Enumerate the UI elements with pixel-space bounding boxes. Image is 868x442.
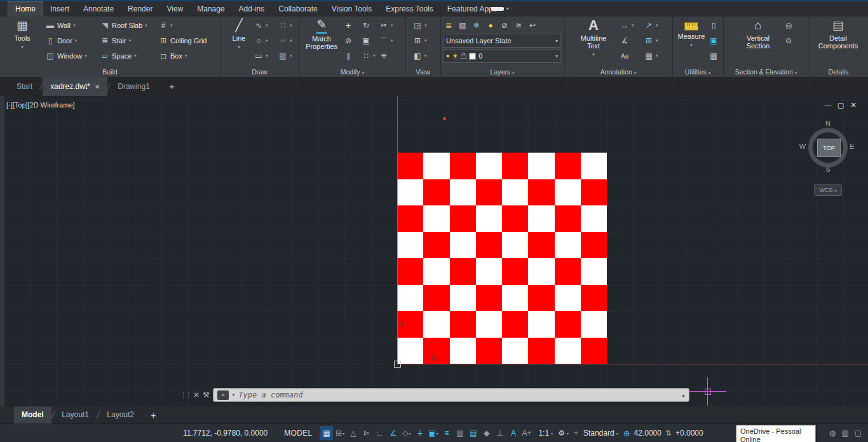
recent-commands-icon[interactable]: » <box>217 390 229 400</box>
command-drag-handle[interactable]: ⋮⋮ <box>180 391 190 399</box>
tray-plus-icon[interactable]: + <box>574 429 578 438</box>
chevron-down-icon[interactable]: ▾ <box>555 53 558 59</box>
command-close-icon[interactable]: ✕ <box>193 390 200 399</box>
array-button[interactable]: ∷ ▾ <box>362 49 376 63</box>
polyline-button[interactable]: ∿ ▾ <box>254 18 268 32</box>
menu-tab-home[interactable]: Home <box>8 1 43 17</box>
panel-title-modify[interactable]: Modify▾ <box>299 68 405 76</box>
match-properties-button[interactable]: ✎ Match Properties <box>303 18 340 66</box>
file-tab-xadrez-dwt[interactable]: xadrez.dwt*✕ <box>43 77 107 96</box>
elevation-mark-button[interactable]: ⊖ <box>784 34 793 48</box>
tab-close-icon[interactable]: ✕ <box>95 83 100 90</box>
lineweight-icon[interactable]: ≡ <box>440 426 453 440</box>
menu-tab-add-ins[interactable]: Add-ins <box>232 1 272 17</box>
panel-title-details[interactable]: Details <box>809 68 868 76</box>
quick-calc-button[interactable]: ▦ <box>709 49 718 63</box>
box-button[interactable]: ◻ Box ▾ <box>159 49 187 63</box>
explode-button[interactable]: ✳ <box>379 49 388 63</box>
menu-tab-annotate[interactable]: Annotate <box>76 1 121 17</box>
panel-title-section-elevation[interactable]: Section & Elevation▾ <box>723 68 809 76</box>
layer-state-dropdown[interactable]: Unsaved Layer State ▾ <box>443 34 561 48</box>
viewport-minimize-button[interactable]: — <box>822 101 834 109</box>
new-layout-button[interactable]: + <box>151 406 156 424</box>
measure-button[interactable]: Measure ▾ <box>675 18 708 66</box>
tools-button[interactable]: ▦ Tools ▾ <box>5 18 39 66</box>
dimension-style-button[interactable]: ∡ <box>620 34 629 48</box>
chevron-down-icon[interactable]: ▾ <box>342 431 344 436</box>
layer-isolate-icon[interactable]: ▧ <box>458 21 467 30</box>
command-input[interactable]: Type a command <box>238 390 678 399</box>
detail-components-button[interactable]: ▤ Detail Components <box>818 18 858 66</box>
dynamic-input-icon[interactable]: ⊳ <box>360 426 373 440</box>
move-button[interactable]: + <box>344 18 353 32</box>
menu-tab-view[interactable]: View <box>159 1 190 17</box>
coordinates-display[interactable]: 11.7712, -0.9780, 0.0000 <box>183 429 268 438</box>
chevron-down-icon[interactable]: ▾ <box>437 431 438 436</box>
snap-mode-icon[interactable]: ⊞▾ <box>333 426 346 440</box>
section-callout-button[interactable]: ◎ <box>784 18 793 32</box>
menu-tab-vision-tools[interactable]: Vision Tools <box>325 1 379 17</box>
window-button[interactable]: ◫ Window ▾ <box>46 49 87 63</box>
layer-thaw-sun-icon[interactable]: ☀ <box>452 52 458 60</box>
space-button[interactable]: ▱ Space ▾ <box>100 49 137 63</box>
viewport-controls[interactable]: [-][Top][2D Wireframe] <box>6 101 75 109</box>
geolocation-globe-icon[interactable]: ⊕ <box>623 429 630 438</box>
hatch-button[interactable]: ▨ ▾ <box>278 49 292 63</box>
dimension-button[interactable]: ↔ ▾ <box>620 18 634 32</box>
layer-previous-icon[interactable]: ↩ <box>528 21 537 30</box>
panel-title-build[interactable]: Build <box>0 68 220 76</box>
grid-display-icon[interactable]: ▦ <box>320 426 333 440</box>
copy-button[interactable]: ▣ <box>362 34 370 48</box>
layer-lock-icon[interactable]: ⊘ <box>500 21 509 30</box>
command-customize-wrench-icon[interactable]: ⚒ <box>203 390 210 399</box>
model-space-toggle[interactable]: MODEL <box>284 429 312 438</box>
menu-tab-express-tools[interactable]: Express Tools <box>379 1 440 17</box>
command-bar[interactable]: » ▾ Type a command ▴ <box>213 388 689 402</box>
chevron-down-icon[interactable]: ▾ <box>409 431 411 436</box>
layer-freeze-icon[interactable]: ❄ <box>472 21 481 30</box>
panel-title-annotation[interactable]: Annotation▾ <box>564 68 672 76</box>
isometric-drafting-icon[interactable]: ◇▾ <box>400 426 413 440</box>
point-button[interactable]: ∷ ▾ <box>278 18 292 32</box>
rotate-button[interactable]: ↻ <box>362 18 370 32</box>
layer-on-bulb-icon[interactable]: ● <box>446 53 449 59</box>
infer-constraints-icon[interactable]: △ <box>346 426 360 440</box>
file-tab-start[interactable]: Start <box>9 77 40 96</box>
menu-tab-manage[interactable]: Manage <box>190 1 231 17</box>
layer-match-icon[interactable]: ≋ <box>514 21 523 30</box>
text-style-button[interactable]: Aa <box>620 49 629 63</box>
ceiling-grid-button[interactable]: ⊞ Ceiling Grid <box>159 34 207 48</box>
quick-select-button[interactable]: ▣ <box>709 34 718 48</box>
layer-off-icon[interactable]: ● <box>486 21 495 30</box>
door-button[interactable]: ▯ Door ▾ <box>46 34 77 48</box>
viewport-restore-button[interactable]: ▢ <box>835 101 846 109</box>
viewcube-north-face[interactable]: N <box>824 120 832 127</box>
panel-title-utilities[interactable]: Utilities▾ <box>672 68 723 76</box>
3d-object-snap-icon[interactable]: ◆ <box>480 426 493 440</box>
checkerboard-drawing[interactable] <box>397 153 607 364</box>
viewcube-east-face[interactable]: E <box>848 142 857 150</box>
stair-button[interactable]: ≣ Stair ▾ <box>100 34 131 48</box>
erase-button[interactable]: ⊘ <box>344 34 353 48</box>
view-ucs-button[interactable]: ⊞ ▾ <box>413 34 427 48</box>
layout-tab-layout1[interactable]: Layout1 <box>54 406 97 424</box>
layer-color-swatch[interactable] <box>469 53 476 60</box>
viewcube-south-face[interactable]: S <box>824 165 832 173</box>
viewport-config-button[interactable]: ◧ ▾ <box>413 49 427 63</box>
autoscale-icon[interactable]: A+ <box>520 426 533 440</box>
menu-tab-insert[interactable]: Insert <box>43 1 76 17</box>
table-button[interactable]: ⊞ ▾ <box>644 34 658 48</box>
workspace-selector[interactable]: Standard ▾ <box>583 429 618 438</box>
elevation-value[interactable]: +0.0000 <box>675 429 703 438</box>
named-views-button[interactable]: ◲ ▾ <box>413 18 427 32</box>
markup-button[interactable]: ▦ ▾ <box>644 49 658 63</box>
vertical-section-button[interactable]: ⌂ Vertical Section <box>738 18 778 66</box>
object-snap-icon[interactable]: ▣▾ <box>426 426 440 440</box>
annotation-visibility-icon[interactable]: A <box>506 426 520 440</box>
layer-dropdown[interactable]: ● ☀ 0 ▾ <box>443 49 561 63</box>
chevron-down-icon[interactable]: ▾ <box>233 392 235 397</box>
viewcube-top-face[interactable]: TOP <box>817 139 841 157</box>
object-snap-tracking-icon[interactable]: ∔ <box>413 426 426 440</box>
paste-button[interactable]: ▯ <box>709 18 718 32</box>
circle-button[interactable]: ○ ▾ <box>254 34 268 48</box>
